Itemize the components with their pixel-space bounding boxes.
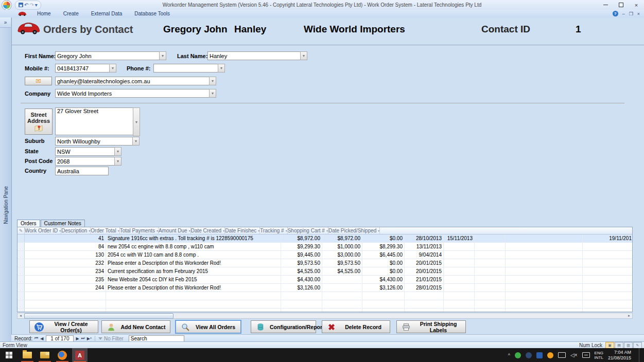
table-row[interactable]: 234 Current specification as from Februa…: [18, 267, 632, 276]
row-selector[interactable]: [18, 276, 25, 283]
new-record-button[interactable]: ▶*: [87, 336, 92, 341]
undo-icon[interactable]: ↶: [24, 2, 28, 9]
scrollbar-thumb[interactable]: [24, 313, 173, 319]
state-dropdown[interactable]: ▾: [114, 147, 121, 156]
next-record-button[interactable]: ▶: [76, 336, 79, 341]
tab-customer-notes[interactable]: Customer Notes: [41, 220, 85, 227]
qat-customize-icon[interactable]: ▾: [35, 2, 38, 9]
country-input[interactable]: [55, 167, 109, 175]
mobile-input[interactable]: [55, 64, 112, 73]
filter-indicator[interactable]: No Filter: [98, 336, 124, 341]
column-header[interactable]: Amount Due▾: [159, 227, 191, 234]
column-header[interactable]: Date Picked/Shipped▾: [328, 227, 380, 234]
table-row[interactable]: 130 2054 cc with W 110 cam and 8.8 comp …: [18, 251, 632, 259]
child-restore-icon[interactable]: ❒: [629, 11, 633, 16]
scroll-right-icon[interactable]: ▸: [626, 313, 632, 318]
add-new-contact-button[interactable]: Add New Contact: [101, 320, 170, 333]
column-header[interactable]: Total Payments▾: [120, 227, 159, 234]
phone-input[interactable]: [153, 64, 220, 73]
table-row[interactable]: 235 New Website 2054 cc DIY kit Feb 2015…: [18, 276, 632, 284]
row-selector[interactable]: [18, 234, 25, 242]
child-minimize-icon[interactable]: –: [622, 11, 625, 16]
save-icon[interactable]: [19, 3, 23, 7]
taskbar-file-explorer[interactable]: [20, 348, 35, 362]
column-header[interactable]: Date Created▾: [191, 227, 225, 234]
column-header[interactable]: Description▾: [61, 227, 91, 234]
network-icon[interactable]: [558, 352, 566, 358]
tray-icon-orange[interactable]: [547, 352, 553, 358]
mobile-dropdown[interactable]: ▾: [109, 64, 116, 73]
column-header[interactable]: Tracking #▾: [260, 227, 287, 234]
column-header[interactable]: Shopping Cart #▾: [288, 227, 328, 234]
tray-expand-icon[interactable]: ^: [508, 353, 510, 358]
email-input[interactable]: [55, 77, 212, 85]
ribbon-tab-create[interactable]: Create: [57, 11, 85, 16]
first-name-input[interactable]: [55, 51, 161, 60]
taskbar-firefox[interactable]: [55, 348, 70, 362]
table-row[interactable]: 41 Signature 1916cc with extras . Toll t…: [18, 234, 632, 243]
minimize-button[interactable]: [598, 0, 613, 10]
language-indicator[interactable]: ENGINTL: [595, 351, 603, 360]
empty-row[interactable]: [18, 292, 632, 300]
first-name-dropdown[interactable]: ▾: [159, 51, 166, 60]
row-selector[interactable]: [18, 259, 25, 267]
tab-orders[interactable]: Orders: [17, 220, 40, 227]
row-selector[interactable]: [18, 284, 25, 292]
street-address-button[interactable]: Street Address: [25, 108, 53, 135]
empty-row[interactable]: [18, 309, 632, 312]
row-selector[interactable]: [18, 243, 25, 250]
row-selector-header[interactable]: ✎: [18, 227, 25, 234]
scroll-left-icon[interactable]: ◂: [18, 313, 24, 318]
phone-dropdown[interactable]: ▾: [218, 64, 225, 73]
column-header[interactable]: Work Order ID▾: [25, 227, 61, 234]
ribbon-tab-database-tools[interactable]: Database Tools: [128, 11, 176, 16]
delete-record-button[interactable]: Delete Record: [322, 320, 390, 333]
tray-icon-green[interactable]: [515, 352, 521, 358]
child-close-icon[interactable]: ×: [637, 11, 640, 16]
email-dropdown[interactable]: ▾: [209, 77, 216, 85]
volume-muted-icon[interactable]: ◁×: [570, 352, 578, 358]
post-code-dropdown[interactable]: ▾: [114, 157, 121, 166]
row-selector[interactable]: [18, 251, 25, 259]
last-name-input[interactable]: [207, 51, 302, 60]
table-horizontal-scrollbar[interactable]: ◂ ▸: [17, 313, 633, 319]
row-selector[interactable]: [18, 267, 25, 275]
clock[interactable]: 7:04 AM21/08/2015: [608, 350, 631, 361]
table-row[interactable]: 244 Please enter a Description of this W…: [18, 284, 632, 292]
suburb-input[interactable]: [55, 137, 134, 146]
column-header[interactable]: Order Total▾: [91, 227, 119, 234]
expand-navigation-pane-button[interactable]: »: [0, 17, 11, 28]
street-address-input[interactable]: 27 Glover Street: [55, 107, 134, 135]
send-email-button[interactable]: ✉: [25, 77, 52, 85]
close-button[interactable]: ×: [629, 0, 644, 10]
state-input[interactable]: [55, 147, 116, 156]
table-row[interactable]: 232 Please enter a Description of this W…: [18, 259, 632, 267]
redo-icon[interactable]: ↷: [29, 2, 33, 9]
column-header[interactable]: Date Finishec▾: [225, 227, 260, 234]
print-shipping-labels-button[interactable]: Print Shipping Labels: [396, 320, 466, 333]
restore-button[interactable]: [613, 0, 629, 10]
company-input[interactable]: [55, 89, 212, 98]
record-position[interactable]: 1 of 170: [46, 335, 74, 342]
navigation-pane-strip[interactable]: » Navigation Pane: [0, 17, 12, 341]
configuration-reports-button[interactable]: Configuration/Reports: [251, 320, 316, 333]
last-name-dropdown[interactable]: ▾: [300, 51, 307, 60]
taskbar-mail-app[interactable]: [37, 348, 53, 362]
help-icon[interactable]: ?: [613, 11, 618, 16]
first-record-button[interactable]: ⏮: [34, 336, 38, 341]
taskbar-access[interactable]: A: [72, 348, 88, 362]
show-desktop-button[interactable]: [639, 348, 642, 362]
last-record-button[interactable]: ⏭: [81, 336, 85, 341]
view-create-orders-button[interactable]: View / Create Order(s): [29, 320, 98, 333]
tray-icon-sync[interactable]: [526, 352, 532, 358]
previous-record-button[interactable]: ◀: [40, 336, 43, 341]
empty-row[interactable]: [18, 300, 632, 309]
post-code-input[interactable]: [55, 157, 116, 166]
start-button[interactable]: [0, 348, 18, 362]
tray-icon-blue[interactable]: [536, 352, 543, 358]
search-input[interactable]: [129, 335, 184, 342]
ribbon-tab-external-data[interactable]: External Data: [85, 11, 129, 16]
view-all-orders-button[interactable]: View All Orders: [176, 320, 241, 333]
touch-keyboard-icon[interactable]: [582, 352, 590, 358]
office-orb-button[interactable]: [2, 0, 12, 10]
